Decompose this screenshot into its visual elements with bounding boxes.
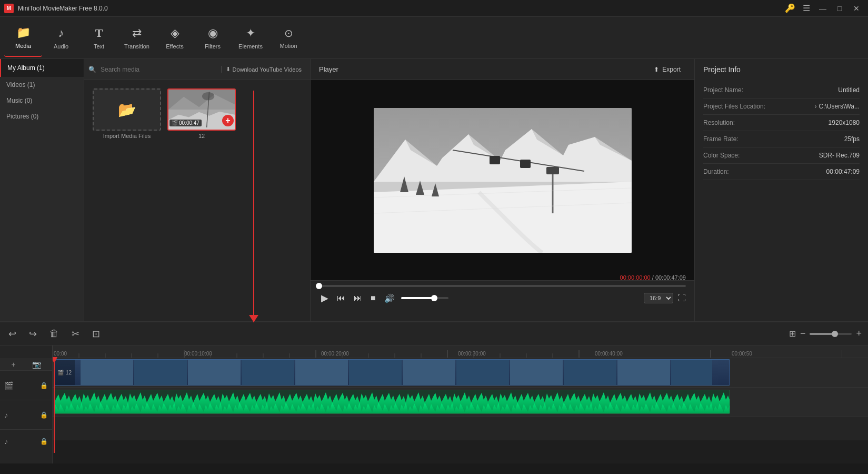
timeline-content[interactable]: 00:00 00:00:10:00 00:00:20:00 00:00:30:0… bbox=[53, 345, 868, 463]
video-media-item[interactable]: 🎬 00:00:47 + 12 bbox=[167, 88, 236, 139]
pictures-category[interactable]: Pictures (0) bbox=[0, 108, 84, 124]
zoom-in-button[interactable]: + bbox=[856, 328, 862, 339]
zoom-handle[interactable] bbox=[832, 331, 838, 337]
search-input[interactable] bbox=[101, 66, 217, 73]
audio-track[interactable] bbox=[53, 388, 868, 417]
video-track[interactable]: 🎬 12 bbox=[53, 358, 868, 388]
expand-arrow[interactable]: › bbox=[814, 103, 816, 110]
time-total: 00:00:47:09 bbox=[655, 274, 686, 281]
close-button[interactable]: ✕ bbox=[849, 1, 864, 16]
video-track-lock[interactable]: 🔒 bbox=[40, 382, 48, 389]
redo-button[interactable]: ↪ bbox=[27, 326, 39, 342]
import-media-item[interactable]: 📂 Import Media Files bbox=[93, 88, 161, 139]
crop-button[interactable]: ⊡ bbox=[90, 326, 102, 342]
clip-number: 12 bbox=[66, 370, 72, 376]
svg-rect-47 bbox=[295, 360, 348, 386]
transition-label: Transition bbox=[124, 43, 149, 50]
effects-label: Effects bbox=[166, 43, 183, 50]
volume-handle[interactable] bbox=[431, 295, 437, 301]
minimize-button[interactable]: — bbox=[815, 1, 830, 16]
videos-label: Videos (1) bbox=[6, 81, 35, 88]
titlebar-controls: — □ ✕ bbox=[815, 1, 864, 16]
resolution-value: 1920x1080 bbox=[829, 119, 860, 126]
media-icon: 📁 bbox=[16, 26, 31, 39]
svg-rect-45 bbox=[188, 360, 241, 386]
extra-audio-track[interactable] bbox=[53, 417, 868, 440]
media-label: Media bbox=[15, 43, 31, 49]
volume-button[interactable]: 🔊 bbox=[382, 292, 397, 304]
pictures-label: Pictures (0) bbox=[6, 113, 38, 120]
effects-icon: ◈ bbox=[171, 26, 179, 40]
framerate-label: Frame Rate: bbox=[703, 135, 739, 143]
video-clip[interactable]: 🎬 12 bbox=[54, 359, 730, 386]
track-labels: + 📷 🎬 🔒 ♪ 🔒 ♪ 🔒 bbox=[0, 345, 53, 463]
music2-icon: ♪ bbox=[4, 437, 8, 446]
add-video-track-button[interactable]: + bbox=[11, 360, 15, 369]
add-to-timeline-button[interactable]: + bbox=[222, 115, 234, 126]
svg-rect-50 bbox=[456, 360, 509, 386]
prev-frame-button[interactable]: ⏮ bbox=[335, 292, 347, 304]
main-area: My Album (1) Videos (1) Music (0) Pictur… bbox=[0, 59, 868, 321]
toolbar-item-transition[interactable]: ⇄ Transition bbox=[118, 19, 156, 57]
volume-slider[interactable] bbox=[401, 297, 448, 299]
fullscreen-button[interactable]: ⛶ bbox=[677, 293, 686, 303]
video-track-label: 🎬 🔒 bbox=[0, 371, 52, 400]
audio-icon: ♪ bbox=[58, 26, 64, 40]
toolbar-item-text[interactable]: T Text bbox=[80, 19, 118, 57]
toolbar-item-effects[interactable]: ◈ Effects bbox=[156, 19, 194, 57]
progress-handle[interactable] bbox=[316, 283, 322, 289]
cut-button[interactable]: ✂ bbox=[69, 326, 82, 342]
project-location-value: C:\Users\Wa... bbox=[819, 103, 860, 110]
project-name-label: Project Name: bbox=[703, 86, 743, 94]
videos-category[interactable]: Videos (1) bbox=[0, 77, 84, 93]
play-button[interactable]: ▶ bbox=[319, 291, 331, 305]
player-panel: Player ⬆ Export bbox=[311, 59, 694, 321]
undo-button[interactable]: ↩ bbox=[6, 326, 18, 342]
player-label: Player bbox=[319, 65, 338, 73]
info-row-colorspace: Color Space: SDR- Rec.709 bbox=[703, 147, 860, 164]
filters-icon: ◉ bbox=[208, 26, 218, 40]
text-icon: T bbox=[95, 26, 103, 40]
menu-icon[interactable]: ☰ bbox=[800, 2, 813, 14]
resolution-label: Resolution: bbox=[703, 119, 735, 126]
aspect-ratio-select[interactable]: 16:9 9:16 1:1 4:3 bbox=[644, 293, 673, 303]
toolbar-item-filters[interactable]: ◉ Filters bbox=[194, 19, 232, 57]
titlebar: M MiniTool MovieMaker Free 8.0.0 🔑 ☰ — □… bbox=[0, 0, 868, 17]
delete-button[interactable]: 🗑 bbox=[47, 326, 61, 341]
audio-track-label: ♪ 🔒 bbox=[0, 400, 52, 430]
my-album-label: My Album (1) bbox=[7, 64, 45, 72]
svg-rect-48 bbox=[349, 360, 402, 386]
zoom-out-button[interactable]: − bbox=[800, 328, 806, 339]
toolbar-item-elements[interactable]: ✦ Elements bbox=[232, 19, 270, 57]
zoom-slider[interactable] bbox=[810, 333, 852, 335]
import-label: Import Media Files bbox=[93, 133, 161, 139]
audio-clip[interactable] bbox=[54, 390, 730, 414]
key-icon[interactable]: 🔑 bbox=[785, 3, 795, 13]
progress-bar[interactable]: 00:00:00:00 / 00:00:47:09 bbox=[319, 285, 686, 287]
split-view-button[interactable]: ⊞ bbox=[789, 329, 796, 339]
info-row-framerate: Frame Rate: 25fps bbox=[703, 131, 860, 147]
download-youtube-button[interactable]: ⬇ Download YouTube Videos bbox=[221, 66, 306, 73]
audio-track-lock[interactable]: 🔒 bbox=[40, 411, 48, 419]
player-header: Player ⬆ Export bbox=[311, 59, 694, 80]
add-audio-track-button[interactable]: 📷 bbox=[32, 360, 41, 369]
waveform-svg bbox=[54, 390, 730, 414]
extra-track-lock[interactable]: 🔒 bbox=[40, 438, 48, 445]
my-album-item[interactable]: My Album (1) bbox=[0, 59, 84, 77]
clip-label: 🎬 12 bbox=[54, 360, 75, 385]
time-display: 00:00:00:00 / 00:00:47:09 bbox=[620, 274, 686, 281]
film-icon-small: 🎬 bbox=[172, 120, 178, 126]
motion-icon: ⊙ bbox=[284, 27, 293, 39]
project-name-value: Untitled bbox=[838, 86, 860, 94]
export-icon: ⬆ bbox=[654, 66, 659, 73]
export-button[interactable]: ⬆ Export bbox=[648, 64, 686, 75]
toolbar-item-audio[interactable]: ♪ Audio bbox=[42, 19, 80, 57]
maximize-button[interactable]: □ bbox=[832, 1, 847, 16]
next-frame-button[interactable]: ⏭ bbox=[352, 292, 364, 304]
stop-button[interactable]: ■ bbox=[368, 292, 378, 304]
music-category[interactable]: Music (0) bbox=[0, 93, 84, 108]
timeline-toolbar: ↩ ↪ 🗑 ✂ ⊡ ⊞ − + bbox=[0, 322, 868, 345]
timeline: ↩ ↪ 🗑 ✂ ⊡ ⊞ − + + 📷 🎬 bbox=[0, 321, 868, 463]
toolbar-item-motion[interactable]: ⊙ Motion bbox=[270, 19, 307, 57]
toolbar-item-media[interactable]: 📁 Media bbox=[4, 19, 42, 57]
